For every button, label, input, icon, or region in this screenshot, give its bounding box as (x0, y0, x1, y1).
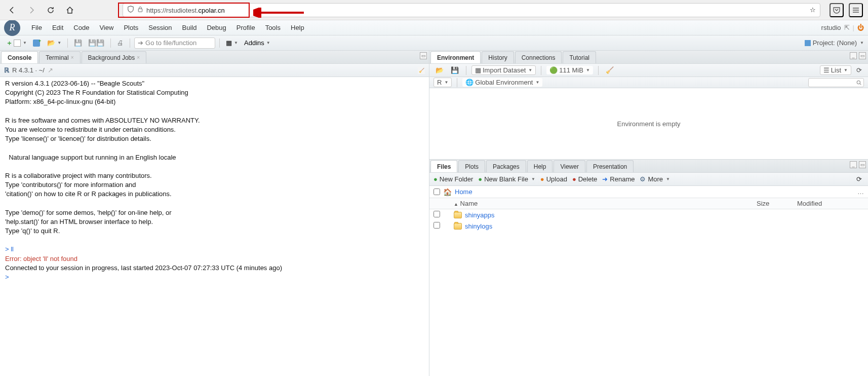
nav-back-button[interactable] (5, 3, 19, 17)
env-toolbar: 📂 💾 ▦ Import Dataset▼ 🟢 111 MiB▼ 🧹 ☰ Lis… (429, 64, 868, 77)
menu-help[interactable]: Help (286, 20, 309, 35)
browser-chrome: https://rstudiotest.cpolar.cn ☆ (0, 0, 868, 20)
pane-maximize-icon[interactable]: ▭ (420, 52, 427, 59)
print-button[interactable]: 🖨 (115, 37, 126, 49)
pocket-icon[interactable] (830, 3, 844, 17)
nav-reload-button[interactable] (44, 3, 58, 17)
project-label[interactable]: Project: (None) (813, 39, 857, 47)
menu-build[interactable]: Build (177, 20, 202, 35)
project-icon (805, 40, 811, 46)
view-grid-button[interactable]: ▦▼ (224, 37, 240, 49)
file-row[interactable]: shinyapps (429, 209, 868, 220)
goto-file-input[interactable]: ➔Go to file/function (134, 37, 215, 49)
nav-forward-button[interactable] (24, 3, 38, 17)
row-checkbox[interactable] (433, 222, 440, 229)
file-row[interactable]: shinylogs (429, 220, 868, 232)
breadcrumb-home[interactable]: Home (455, 188, 472, 196)
url-text: https://rstudiotest.cpolar.cn (146, 6, 807, 14)
clear-console-icon[interactable]: 🧹 (418, 67, 425, 74)
tab-plots[interactable]: Plots (458, 160, 485, 172)
user-label: rstudio (821, 24, 841, 31)
tab-background-jobs[interactable]: Background Jobs × (82, 51, 147, 63)
nav-home-button[interactable] (63, 3, 77, 17)
memory-usage-button[interactable]: 🟢 111 MiB▼ (546, 66, 593, 74)
tab-packages[interactable]: Packages (486, 160, 526, 172)
svg-rect-0 (138, 9, 142, 12)
main-toolbar: ＋▼ + 📂▼ 💾 💾💾 🖨 ➔Go to file/function ▦▼ A… (0, 35, 868, 51)
shield-icon (127, 6, 134, 14)
popout-icon[interactable]: ⇱ (844, 24, 850, 31)
tab-environment[interactable]: Environment (430, 51, 481, 63)
file-link[interactable]: shinylogs (465, 222, 492, 230)
tab-terminal[interactable]: Terminal × (39, 51, 80, 63)
console-header: ℝ R 4.3.1 · ~/ ↗ 🧹 (0, 64, 429, 77)
pane-maximize-icon[interactable]: ▭ (859, 161, 866, 168)
r-icon: ℝ (4, 66, 9, 74)
pane-minimize-icon[interactable]: _ (850, 161, 857, 168)
save-button[interactable]: 💾 (72, 37, 84, 49)
tab-viewer[interactable]: Viewer (554, 160, 585, 172)
new-blank-file-button[interactable]: ●New Blank File▼ (478, 175, 535, 183)
select-all-checkbox[interactable] (433, 189, 440, 195)
power-icon[interactable]: ⏻ (857, 24, 864, 31)
tab-help[interactable]: Help (527, 160, 553, 172)
new-file-button[interactable]: ＋▼ (4, 37, 29, 49)
load-workspace-icon[interactable]: 📂 (433, 65, 446, 76)
lock-icon (137, 6, 143, 14)
home-icon[interactable]: 🏠 (443, 188, 452, 196)
close-icon[interactable]: × (137, 55, 140, 60)
open-file-button[interactable]: 📂▼ (45, 37, 63, 49)
upload-button[interactable]: ●Upload (540, 175, 567, 183)
addins-button[interactable]: Addins▼ (242, 37, 272, 49)
folder-icon (454, 223, 462, 230)
list-view-button[interactable]: ☰ List▼ (820, 65, 851, 75)
folder-icon (454, 212, 462, 218)
console-version-label: R 4.3.1 · ~/ (12, 66, 45, 74)
menu-view[interactable]: View (94, 20, 119, 35)
more-button[interactable]: ⚙More▼ (640, 175, 670, 183)
console-tabstrip: ConsoleTerminal ×Background Jobs × ▭ (0, 51, 429, 64)
files-tabstrip: FilesPlotsPackagesHelpViewerPresentation… (429, 160, 868, 173)
env-scope-toolbar: R▼ 🌐 Global Environment▼ (429, 77, 868, 88)
pane-minimize-icon[interactable]: _ (850, 52, 857, 59)
r-engine-button[interactable]: R▼ (433, 78, 452, 87)
tab-connections[interactable]: Connections (515, 51, 562, 63)
tab-history[interactable]: History (482, 51, 514, 63)
file-link[interactable]: shinyapps (465, 211, 495, 219)
new-folder-button[interactable]: ●New Folder (433, 175, 473, 183)
menu-profile[interactable]: Profile (231, 20, 260, 35)
tab-presentation[interactable]: Presentation (586, 160, 634, 172)
files-toolbar: ●New Folder ●New Blank File▼ ●Upload ●De… (429, 173, 868, 186)
import-dataset-button[interactable]: ▦ Import Dataset▼ (471, 65, 536, 75)
clear-objects-icon[interactable]: 🧹 (604, 65, 616, 76)
menu-plots[interactable]: Plots (119, 20, 143, 35)
new-project-button[interactable]: + (31, 37, 43, 49)
menu-debug[interactable]: Debug (202, 20, 231, 35)
popout-icon[interactable]: ↗ (48, 66, 53, 74)
rename-button[interactable]: ➜Rename (602, 175, 635, 183)
hamburger-icon[interactable] (849, 3, 863, 17)
save-workspace-icon[interactable]: 💾 (449, 65, 461, 76)
refresh-icon[interactable]: ⟳ (854, 65, 864, 76)
menu-tools[interactable]: Tools (260, 20, 286, 35)
close-icon[interactable]: × (71, 55, 74, 60)
rstudio-logo: R (4, 20, 20, 36)
env-search-input[interactable] (808, 78, 864, 87)
row-checkbox[interactable] (433, 211, 440, 217)
refresh-icon[interactable]: ⟳ (854, 174, 864, 185)
menu-edit[interactable]: Edit (47, 20, 68, 35)
menu-file[interactable]: File (26, 20, 47, 35)
delete-button[interactable]: ●Delete (572, 175, 597, 183)
pane-maximize-icon[interactable]: ▭ (859, 52, 866, 59)
console-output[interactable]: R version 4.3.1 (2023-06-16) -- "Beagle … (0, 77, 429, 376)
menu-session[interactable]: Session (143, 20, 177, 35)
menu-code[interactable]: Code (68, 20, 94, 35)
path-ellipsis-button[interactable]: … (857, 188, 864, 196)
env-scope-button[interactable]: 🌐 Global Environment▼ (462, 78, 542, 87)
star-icon[interactable]: ☆ (810, 6, 816, 14)
tab-console[interactable]: Console (1, 51, 38, 63)
tab-files[interactable]: Files (430, 160, 457, 172)
tab-tutorial[interactable]: Tutorial (563, 51, 596, 63)
save-all-button[interactable]: 💾💾 (86, 37, 106, 49)
url-bar[interactable]: https://rstudiotest.cpolar.cn ☆ (123, 3, 820, 17)
